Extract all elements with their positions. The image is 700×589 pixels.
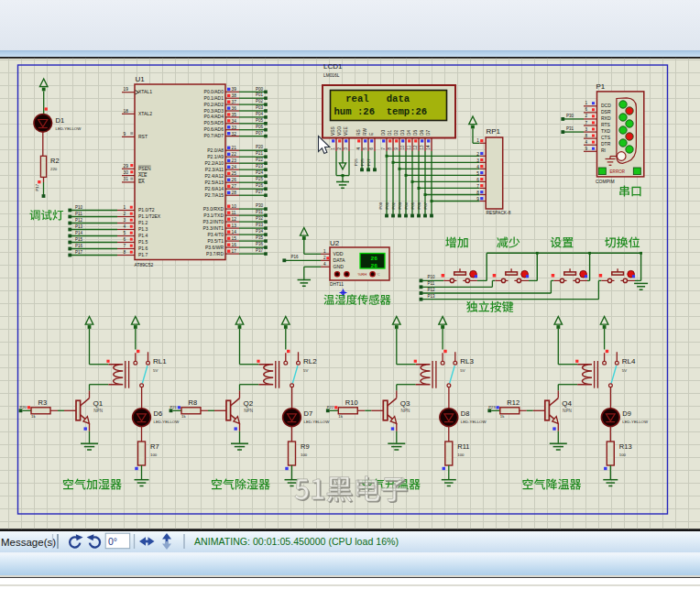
svg-text:COMPIM: COMPIM	[596, 179, 615, 184]
svg-text:D8: D8	[461, 409, 470, 418]
svg-text:P2.3/A11: P2.3/A11	[205, 167, 224, 172]
svg-text:6: 6	[369, 147, 374, 150]
svg-text:P27: P27	[256, 190, 264, 194]
svg-text:P2.2/A10: P2.2/A10	[204, 160, 224, 166]
svg-text:NPN: NPN	[401, 409, 410, 413]
svg-text:0°: 0°	[108, 536, 117, 547]
svg-text:P00: P00	[378, 202, 383, 209]
svg-text:1: 1	[331, 147, 335, 150]
svg-text:7: 7	[124, 244, 126, 248]
svg-text:D0: D0	[381, 130, 386, 136]
svg-text:6: 6	[585, 107, 588, 112]
svg-text:°C: °C	[377, 273, 380, 277]
svg-text:real data: real data	[334, 93, 410, 104]
svg-text:%RH: %RH	[358, 272, 367, 277]
svg-text:3: 3	[476, 158, 479, 163]
svg-text:13: 13	[420, 145, 424, 150]
svg-text:P15: P15	[75, 237, 83, 242]
svg-text:5: 5	[124, 231, 126, 235]
svg-text:26: 26	[371, 263, 378, 269]
svg-text:5V: 5V	[622, 368, 627, 373]
svg-text:RESPACK-8: RESPACK-8	[487, 211, 511, 215]
svg-text:100: 100	[150, 453, 158, 457]
svg-text:ALE: ALE	[138, 172, 148, 178]
svg-text:RS: RS	[356, 129, 361, 136]
svg-text:D9: D9	[622, 409, 631, 418]
svg-text:P1.1/T2EX: P1.1/T2EX	[138, 213, 161, 219]
svg-text:2: 2	[323, 256, 326, 260]
svg-text:P26: P26	[256, 183, 264, 188]
svg-text:1: 1	[585, 101, 588, 105]
svg-text:5V: 5V	[460, 368, 465, 373]
svg-text:P31: P31	[256, 210, 264, 214]
svg-text:19: 19	[124, 87, 129, 92]
svg-text:R7: R7	[150, 442, 159, 451]
svg-text:P35: P35	[256, 235, 264, 240]
svg-text:27: 27	[232, 184, 237, 189]
svg-text:D6: D6	[154, 409, 163, 418]
svg-text:RXD: RXD	[601, 115, 611, 121]
svg-text:12: 12	[413, 145, 418, 150]
svg-text:R13: R13	[619, 442, 632, 451]
svg-text:P10: P10	[75, 205, 83, 210]
svg-text:NPN: NPN	[93, 409, 103, 413]
svg-text:26: 26	[232, 178, 237, 182]
svg-text:7: 7	[476, 184, 479, 189]
svg-text:P3.4/T0: P3.4/T0	[207, 232, 224, 237]
svg-text:1: 1	[476, 138, 479, 143]
svg-text:P25: P25	[256, 177, 264, 181]
svg-text:2: 2	[476, 152, 479, 157]
svg-text:R8: R8	[189, 398, 198, 407]
svg-text:P34: P34	[256, 229, 264, 234]
svg-text:XTAL2: XTAL2	[138, 111, 152, 116]
svg-text:P21: P21	[170, 405, 178, 409]
svg-text:VSS: VSS	[331, 126, 335, 136]
svg-text:P3.5/T1: P3.5/T1	[207, 238, 224, 244]
svg-text:35: 35	[232, 113, 237, 117]
svg-text:33: 33	[232, 125, 237, 130]
svg-text:DATA: DATA	[334, 257, 346, 263]
svg-text:3: 3	[124, 218, 126, 223]
svg-text:P10: P10	[428, 275, 436, 279]
svg-text:P1.0/T2: P1.0/T2	[138, 207, 155, 213]
svg-text:P27: P27	[366, 158, 371, 166]
svg-text:P17: P17	[35, 183, 39, 191]
svg-text:P13: P13	[428, 294, 436, 299]
svg-text:RI: RI	[601, 147, 606, 153]
svg-text:P0.4/AD4: P0.4/AD4	[204, 114, 224, 119]
svg-text:4: 4	[356, 147, 361, 150]
svg-text:P0.1/AD1: P0.1/AD1	[204, 95, 224, 101]
svg-text:100: 100	[619, 453, 627, 457]
svg-text:P23: P23	[256, 164, 264, 169]
svg-text:1: 1	[124, 205, 126, 210]
svg-text:P04: P04	[256, 112, 264, 116]
svg-text:Q4: Q4	[562, 399, 572, 408]
svg-text:P07: P07	[423, 202, 428, 209]
svg-text:23: 23	[232, 158, 237, 163]
svg-text:4: 4	[124, 224, 126, 229]
svg-text:hum :26 temp:26: hum :26 temp:26	[334, 106, 428, 117]
svg-text:P25: P25	[360, 158, 365, 166]
svg-text:P01: P01	[256, 93, 264, 97]
svg-text:P33: P33	[256, 223, 264, 227]
svg-text:P32: P32	[256, 216, 264, 221]
svg-text:RW: RW	[363, 128, 367, 136]
svg-text:6: 6	[124, 237, 126, 242]
svg-text:NPN: NPN	[563, 409, 572, 413]
svg-text:TXD: TXD	[601, 128, 610, 134]
svg-text:P3.3/INT1: P3.3/INT1	[202, 225, 224, 231]
svg-text:VEE: VEE	[344, 126, 348, 136]
svg-text:VDD: VDD	[334, 251, 344, 256]
svg-text:15: 15	[232, 236, 237, 241]
svg-text:RP1: RP1	[487, 127, 501, 136]
svg-text:P26: P26	[354, 158, 358, 166]
svg-text:RTS: RTS	[601, 122, 611, 127]
svg-text:P16: P16	[291, 255, 300, 259]
svg-text:D3: D3	[400, 130, 405, 136]
svg-text:D7: D7	[426, 130, 431, 136]
svg-text:XTAL1: XTAL1	[138, 89, 152, 94]
svg-text:D5: D5	[413, 130, 418, 136]
svg-text:26: 26	[371, 256, 378, 262]
svg-text:P2.1/A9: P2.1/A9	[207, 154, 224, 159]
svg-text:P30: P30	[256, 203, 264, 208]
